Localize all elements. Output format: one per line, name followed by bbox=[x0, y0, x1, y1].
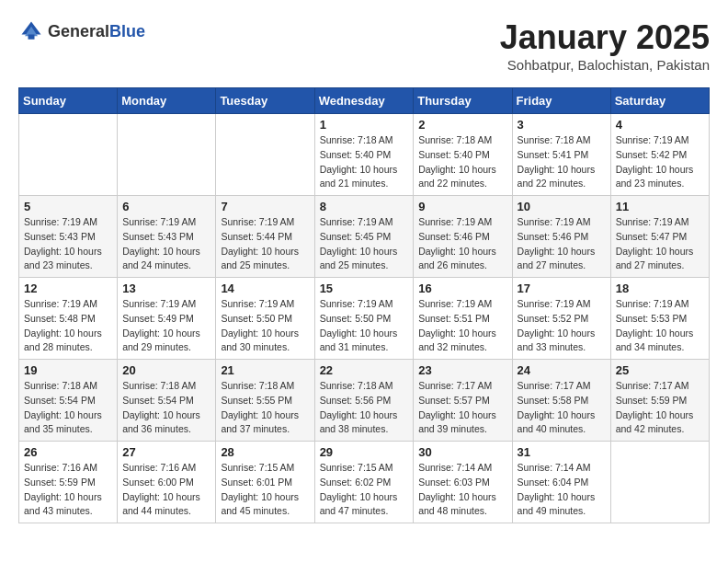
day-info: Sunrise: 7:18 AMSunset: 5:40 PMDaylight:… bbox=[320, 133, 409, 191]
day-info: Sunrise: 7:16 AMSunset: 6:00 PMDaylight:… bbox=[122, 461, 210, 519]
sunrise-text: Sunrise: 7:15 AM bbox=[221, 461, 309, 476]
day-info: Sunrise: 7:19 AMSunset: 5:45 PMDaylight:… bbox=[320, 215, 409, 273]
day-info: Sunrise: 7:19 AMSunset: 5:49 PMDaylight:… bbox=[122, 297, 210, 355]
sunrise-text: Sunrise: 7:19 AM bbox=[24, 297, 112, 312]
sunset-text: Sunset: 5:52 PM bbox=[518, 312, 606, 327]
sunset-text: Sunset: 5:49 PM bbox=[122, 312, 210, 327]
daylight-text: Daylight: 10 hours and 28 minutes. bbox=[24, 327, 112, 356]
day-number: 13 bbox=[122, 282, 210, 295]
day-number: 22 bbox=[320, 363, 409, 377]
column-header-wednesday: Wednesday bbox=[314, 88, 414, 114]
day-number: 30 bbox=[418, 445, 506, 459]
calendar-week-5: 26Sunrise: 7:16 AMSunset: 5:59 PMDayligh… bbox=[19, 442, 710, 523]
day-info: Sunrise: 7:19 AMSunset: 5:47 PMDaylight:… bbox=[616, 215, 704, 273]
day-info: Sunrise: 7:19 AMSunset: 5:50 PMDaylight:… bbox=[320, 297, 409, 355]
sunset-text: Sunset: 5:56 PM bbox=[320, 394, 409, 408]
sunrise-text: Sunrise: 7:19 AM bbox=[320, 297, 409, 312]
day-number: 4 bbox=[616, 118, 704, 132]
day-number: 2 bbox=[418, 118, 506, 132]
sunset-text: Sunset: 5:53 PM bbox=[616, 312, 704, 327]
sunrise-text: Sunrise: 7:19 AM bbox=[221, 297, 309, 312]
daylight-text: Daylight: 10 hours and 44 minutes. bbox=[122, 490, 210, 520]
sunset-text: Sunset: 5:41 PM bbox=[518, 148, 606, 163]
day-number: 12 bbox=[24, 282, 112, 295]
day-number: 23 bbox=[418, 363, 506, 377]
sunset-text: Sunset: 5:47 PM bbox=[616, 230, 704, 245]
sunrise-text: Sunrise: 7:14 AM bbox=[518, 461, 606, 476]
calendar-week-3: 12Sunrise: 7:19 AMSunset: 5:48 PMDayligh… bbox=[19, 278, 710, 360]
day-info: Sunrise: 7:19 AMSunset: 5:50 PMDaylight:… bbox=[221, 297, 309, 355]
column-header-thursday: Thursday bbox=[414, 88, 512, 114]
calendar-week-2: 5Sunrise: 7:19 AMSunset: 5:43 PMDaylight… bbox=[19, 196, 710, 278]
calendar-cell: 25Sunrise: 7:17 AMSunset: 5:59 PMDayligh… bbox=[610, 360, 709, 442]
column-header-saturday: Saturday bbox=[610, 88, 709, 114]
sunset-text: Sunset: 5:46 PM bbox=[418, 230, 506, 245]
sunset-text: Sunset: 5:54 PM bbox=[24, 394, 112, 408]
daylight-text: Daylight: 10 hours and 21 minutes. bbox=[320, 163, 409, 192]
daylight-text: Daylight: 10 hours and 31 minutes. bbox=[320, 327, 409, 356]
day-number: 15 bbox=[320, 282, 409, 295]
day-number: 10 bbox=[518, 200, 606, 213]
daylight-text: Daylight: 10 hours and 38 minutes. bbox=[320, 408, 409, 438]
day-number: 24 bbox=[518, 363, 606, 377]
sunset-text: Sunset: 5:54 PM bbox=[122, 394, 210, 408]
day-info: Sunrise: 7:19 AMSunset: 5:43 PMDaylight:… bbox=[24, 215, 112, 273]
day-number: 6 bbox=[122, 200, 210, 213]
day-number: 8 bbox=[320, 200, 409, 213]
day-info: Sunrise: 7:16 AMSunset: 5:59 PMDaylight:… bbox=[24, 461, 112, 519]
calendar-cell: 31Sunrise: 7:14 AMSunset: 6:04 PMDayligh… bbox=[512, 442, 610, 523]
page-header: GeneralBlue January 2025 Sohbatpur, Balo… bbox=[18, 18, 710, 73]
day-number: 1 bbox=[320, 118, 409, 132]
calendar-cell: 15Sunrise: 7:19 AMSunset: 5:50 PMDayligh… bbox=[314, 278, 414, 360]
sunrise-text: Sunrise: 7:19 AM bbox=[122, 215, 210, 230]
day-number: 9 bbox=[418, 200, 506, 213]
day-number: 29 bbox=[320, 445, 409, 459]
day-info: Sunrise: 7:15 AMSunset: 6:02 PMDaylight:… bbox=[320, 461, 409, 519]
calendar-cell: 7Sunrise: 7:19 AMSunset: 5:44 PMDaylight… bbox=[216, 196, 314, 278]
sunset-text: Sunset: 5:46 PM bbox=[518, 230, 606, 245]
calendar-cell: 30Sunrise: 7:14 AMSunset: 6:03 PMDayligh… bbox=[414, 442, 512, 523]
daylight-text: Daylight: 10 hours and 35 minutes. bbox=[24, 408, 112, 438]
sunset-text: Sunset: 5:50 PM bbox=[221, 312, 309, 327]
day-info: Sunrise: 7:18 AMSunset: 5:40 PMDaylight:… bbox=[418, 133, 506, 191]
calendar-cell: 17Sunrise: 7:19 AMSunset: 5:52 PMDayligh… bbox=[512, 278, 610, 360]
daylight-text: Daylight: 10 hours and 23 minutes. bbox=[24, 245, 112, 274]
daylight-text: Daylight: 10 hours and 22 minutes. bbox=[518, 163, 606, 192]
daylight-text: Daylight: 10 hours and 43 minutes. bbox=[24, 490, 112, 520]
sunset-text: Sunset: 5:40 PM bbox=[320, 148, 409, 163]
daylight-text: Daylight: 10 hours and 45 minutes. bbox=[221, 490, 309, 520]
day-number: 7 bbox=[221, 200, 309, 213]
sunrise-text: Sunrise: 7:16 AM bbox=[122, 461, 210, 476]
daylight-text: Daylight: 10 hours and 37 minutes. bbox=[221, 408, 309, 438]
calendar-cell: 12Sunrise: 7:19 AMSunset: 5:48 PMDayligh… bbox=[19, 278, 118, 360]
calendar-cell bbox=[19, 114, 118, 196]
sunrise-text: Sunrise: 7:19 AM bbox=[320, 215, 409, 230]
day-info: Sunrise: 7:18 AMSunset: 5:54 PMDaylight:… bbox=[24, 379, 112, 437]
sunset-text: Sunset: 5:58 PM bbox=[518, 394, 606, 408]
day-info: Sunrise: 7:14 AMSunset: 6:03 PMDaylight:… bbox=[418, 461, 506, 519]
day-info: Sunrise: 7:17 AMSunset: 5:57 PMDaylight:… bbox=[418, 379, 506, 437]
daylight-text: Daylight: 10 hours and 25 minutes. bbox=[320, 245, 409, 274]
sunset-text: Sunset: 5:45 PM bbox=[320, 230, 409, 245]
daylight-text: Daylight: 10 hours and 27 minutes. bbox=[518, 245, 606, 274]
sunrise-text: Sunrise: 7:18 AM bbox=[122, 379, 210, 394]
sunset-text: Sunset: 5:40 PM bbox=[418, 148, 506, 163]
calendar-week-4: 19Sunrise: 7:18 AMSunset: 5:54 PMDayligh… bbox=[19, 360, 710, 442]
daylight-text: Daylight: 10 hours and 34 minutes. bbox=[616, 327, 704, 356]
calendar-table: SundayMondayTuesdayWednesdayThursdayFrid… bbox=[18, 87, 710, 523]
column-header-monday: Monday bbox=[118, 88, 216, 114]
day-number: 19 bbox=[24, 363, 112, 377]
daylight-text: Daylight: 10 hours and 36 minutes. bbox=[122, 408, 210, 438]
sunset-text: Sunset: 5:50 PM bbox=[320, 312, 409, 327]
logo-text-blue: Blue bbox=[109, 22, 145, 40]
sunrise-text: Sunrise: 7:14 AM bbox=[418, 461, 506, 476]
day-number: 3 bbox=[518, 118, 606, 132]
day-info: Sunrise: 7:14 AMSunset: 6:04 PMDaylight:… bbox=[518, 461, 606, 519]
daylight-text: Daylight: 10 hours and 42 minutes. bbox=[616, 408, 704, 438]
calendar-cell bbox=[610, 442, 709, 523]
day-number: 28 bbox=[221, 445, 309, 459]
day-info: Sunrise: 7:17 AMSunset: 5:59 PMDaylight:… bbox=[616, 379, 704, 437]
daylight-text: Daylight: 10 hours and 26 minutes. bbox=[418, 245, 506, 274]
sunrise-text: Sunrise: 7:17 AM bbox=[418, 379, 506, 394]
day-info: Sunrise: 7:19 AMSunset: 5:53 PMDaylight:… bbox=[616, 297, 704, 355]
